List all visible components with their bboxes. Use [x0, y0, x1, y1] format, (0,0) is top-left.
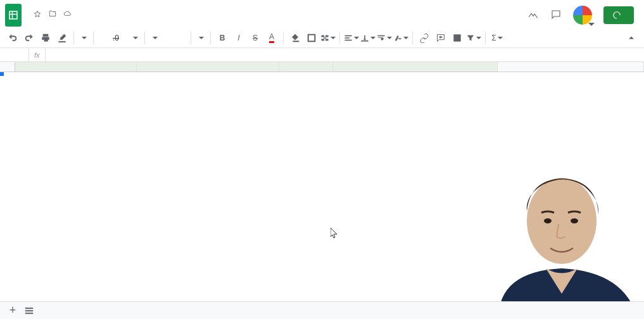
move-icon[interactable] — [48, 9, 57, 20]
star-icon[interactable] — [33, 9, 42, 20]
text-color-button[interactable]: A — [264, 30, 279, 46]
column-header-e[interactable] — [498, 62, 644, 72]
comment-icon[interactable] — [550, 9, 562, 22]
column-header-a[interactable] — [15, 62, 137, 72]
add-sheet-button[interactable]: + — [5, 303, 20, 318]
merge-button[interactable] — [320, 30, 336, 46]
column-header-d[interactable] — [333, 62, 498, 72]
collapse-toolbar-button[interactable] — [624, 30, 639, 46]
redo-button[interactable] — [22, 30, 37, 46]
select-all-corner[interactable] — [0, 62, 15, 72]
filter-button[interactable] — [466, 30, 481, 46]
strikethrough-button[interactable]: S — [248, 30, 263, 46]
selection-fill-handle[interactable] — [0, 72, 4, 76]
column-header-b[interactable] — [137, 62, 279, 72]
toolbar: .0 B I S A Σ — [0, 28, 644, 48]
svg-point-2 — [571, 218, 578, 223]
all-sheets-button[interactable] — [22, 303, 37, 318]
add-comment-button[interactable] — [433, 30, 448, 46]
rotate-button[interactable] — [393, 30, 408, 46]
name-box[interactable] — [0, 48, 29, 62]
decrease-decimals-button[interactable]: .0 — [110, 34, 122, 42]
wrap-button[interactable] — [377, 30, 392, 46]
v-align-button[interactable] — [360, 30, 376, 46]
paint-format-button[interactable] — [54, 30, 70, 46]
sheet-tab-bar: + — [0, 301, 644, 319]
zoom-select[interactable] — [78, 37, 89, 39]
selection-outline — [0, 72, 1, 73]
svg-point-1 — [544, 218, 552, 223]
insert-chart-button[interactable] — [450, 30, 465, 46]
presenter-webcam — [473, 167, 644, 319]
fill-color-button[interactable] — [287, 30, 303, 46]
h-align-button[interactable] — [344, 30, 359, 46]
link-button[interactable] — [417, 30, 432, 46]
mouse-cursor — [331, 228, 338, 239]
sheets-app-icon[interactable] — [5, 4, 22, 27]
meet-icon[interactable] — [573, 6, 592, 25]
borders-button[interactable] — [304, 30, 319, 46]
column-header-c[interactable] — [279, 62, 333, 72]
fx-icon: fx — [29, 48, 46, 61]
print-button[interactable] — [38, 30, 53, 46]
italic-button[interactable]: I — [231, 30, 246, 46]
functions-button[interactable]: Σ — [489, 30, 505, 46]
undo-button[interactable] — [5, 30, 20, 46]
font-size-select[interactable] — [195, 37, 206, 39]
cloud-icon[interactable] — [63, 9, 72, 20]
bold-button[interactable]: B — [215, 30, 230, 46]
activity-icon[interactable] — [527, 9, 539, 22]
share-button[interactable] — [603, 6, 634, 24]
font-family-select[interactable] — [149, 37, 187, 39]
svg-point-0 — [527, 178, 597, 264]
number-format-select[interactable] — [129, 37, 141, 39]
